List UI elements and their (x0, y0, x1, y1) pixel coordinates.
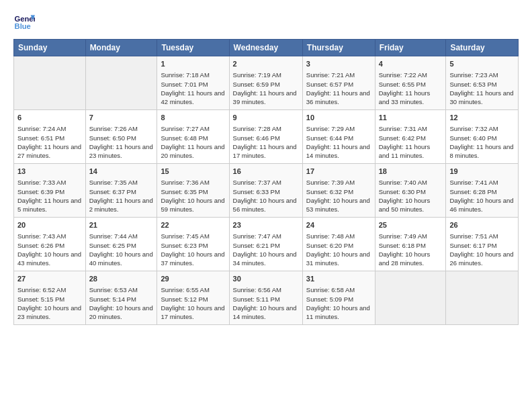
day-info: Daylight: 11 hours and 33 minutes. (379, 89, 443, 107)
day-info: Daylight: 10 hours and 17 minutes. (161, 304, 225, 322)
day-number: 22 (161, 220, 225, 230)
day-info: Daylight: 11 hours and 36 minutes. (306, 89, 371, 107)
day-info: Daylight: 10 hours and 37 minutes. (161, 250, 225, 268)
day-info: Daylight: 11 hours and 27 minutes. (17, 142, 82, 161)
calendar-cell (85, 56, 157, 110)
calendar-cell: 7Sunrise: 7:26 AMSunset: 6:50 PMDaylight… (85, 110, 157, 164)
day-info: Daylight: 11 hours and 14 minutes. (306, 142, 371, 161)
day-number: 16 (233, 167, 299, 177)
day-info: Sunset: 6:51 PM (17, 134, 82, 142)
day-info: Sunrise: 7:24 AM (17, 124, 82, 133)
day-number: 23 (233, 220, 299, 230)
day-info: Sunset: 7:01 PM (161, 80, 225, 89)
day-info: Sunset: 6:33 PM (233, 187, 299, 196)
day-info: Sunrise: 7:31 AM (379, 124, 443, 133)
day-info: Daylight: 10 hours and 11 minutes. (306, 304, 371, 322)
day-info: Sunset: 6:53 PM (449, 80, 515, 89)
day-number: 1 (161, 59, 225, 69)
calendar-cell (446, 271, 519, 325)
day-number: 28 (89, 274, 154, 284)
day-info: Daylight: 10 hours and 23 minutes. (17, 304, 82, 322)
header-thursday: Thursday (302, 40, 375, 56)
svg-text:Blue: Blue (15, 22, 31, 30)
header-saturday: Saturday (446, 40, 519, 56)
calendar-cell: 22Sunrise: 7:45 AMSunset: 6:23 PMDayligh… (157, 218, 229, 271)
day-number: 17 (306, 167, 371, 177)
day-info: Sunset: 6:40 PM (449, 134, 515, 142)
day-info: Sunrise: 7:32 AM (449, 124, 515, 133)
logo: General Blue (13, 11, 38, 32)
calendar-cell: 19Sunrise: 7:41 AMSunset: 6:28 PMDayligh… (446, 164, 519, 218)
calendar-cell: 18Sunrise: 7:40 AMSunset: 6:30 PMDayligh… (375, 164, 446, 218)
day-number: 19 (449, 167, 515, 177)
day-info: Daylight: 10 hours and 14 minutes. (233, 304, 299, 322)
calendar-table: SundayMondayTuesdayWednesdayThursdayFrid… (13, 39, 519, 325)
day-number: 9 (233, 113, 299, 123)
calendar-cell: 6Sunrise: 7:24 AMSunset: 6:51 PMDaylight… (14, 110, 86, 164)
calendar-cell: 23Sunrise: 7:47 AMSunset: 6:21 PMDayligh… (229, 218, 302, 271)
calendar-cell: 16Sunrise: 7:37 AMSunset: 6:33 PMDayligh… (229, 164, 302, 218)
day-info: Sunset: 5:12 PM (161, 295, 225, 304)
day-number: 11 (379, 113, 443, 123)
day-number: 3 (306, 59, 371, 69)
calendar-cell: 20Sunrise: 7:43 AMSunset: 6:26 PMDayligh… (14, 218, 86, 271)
day-info: Daylight: 10 hours and 34 minutes. (233, 250, 299, 268)
day-info: Sunset: 6:28 PM (449, 187, 515, 196)
day-info: Sunset: 5:09 PM (306, 295, 371, 304)
day-info: Sunrise: 6:52 AM (17, 285, 82, 294)
day-info: Sunset: 6:50 PM (89, 134, 154, 142)
day-info: Daylight: 11 hours and 8 minutes. (449, 142, 515, 161)
day-info: Daylight: 10 hours and 20 minutes. (89, 304, 154, 322)
day-info: Sunset: 6:48 PM (161, 134, 225, 142)
day-info: Sunrise: 7:45 AM (161, 232, 225, 240)
day-info: Sunset: 6:42 PM (379, 134, 443, 142)
day-number: 7 (89, 113, 154, 123)
day-number: 8 (161, 113, 225, 123)
day-info: Daylight: 11 hours and 20 minutes. (161, 142, 225, 161)
day-number: 31 (306, 274, 371, 284)
day-info: Sunset: 6:25 PM (89, 241, 154, 250)
calendar-cell: 24Sunrise: 7:48 AMSunset: 6:20 PMDayligh… (302, 218, 375, 271)
calendar-cell: 28Sunrise: 6:53 AMSunset: 5:14 PMDayligh… (85, 271, 157, 325)
day-number: 20 (17, 220, 82, 230)
day-info: Daylight: 11 hours and 2 minutes. (89, 196, 154, 214)
day-info: Sunrise: 7:23 AM (449, 71, 515, 79)
calendar-cell: 3Sunrise: 7:21 AMSunset: 6:57 PMDaylight… (302, 56, 375, 110)
day-info: Daylight: 11 hours and 39 minutes. (233, 89, 299, 107)
day-info: Sunset: 6:46 PM (233, 134, 299, 142)
day-number: 2 (233, 59, 299, 69)
day-number: 10 (306, 113, 371, 123)
day-number: 18 (379, 167, 443, 177)
day-info: Sunset: 6:20 PM (306, 241, 371, 250)
header-wednesday: Wednesday (229, 40, 302, 56)
day-number: 6 (17, 113, 82, 123)
calendar-cell: 15Sunrise: 7:36 AMSunset: 6:35 PMDayligh… (157, 164, 229, 218)
day-info: Sunrise: 7:49 AM (379, 232, 443, 240)
day-info: Sunrise: 7:44 AM (89, 232, 154, 240)
day-info: Sunset: 6:30 PM (379, 187, 443, 196)
calendar-cell: 29Sunrise: 6:55 AMSunset: 5:12 PMDayligh… (157, 271, 229, 325)
calendar-cell: 26Sunrise: 7:51 AMSunset: 6:17 PMDayligh… (446, 218, 519, 271)
calendar-header-row: SundayMondayTuesdayWednesdayThursdayFrid… (14, 40, 519, 56)
calendar-cell: 5Sunrise: 7:23 AMSunset: 6:53 PMDaylight… (446, 56, 519, 110)
day-number: 25 (379, 220, 443, 230)
day-info: Daylight: 10 hours and 59 minutes. (161, 196, 225, 214)
day-info: Sunrise: 6:53 AM (89, 285, 154, 294)
day-info: Daylight: 10 hours and 26 minutes. (449, 250, 515, 268)
header-sunday: Sunday (14, 40, 86, 56)
calendar-cell: 30Sunrise: 6:56 AMSunset: 5:11 PMDayligh… (229, 271, 302, 325)
day-info: Daylight: 11 hours and 42 minutes. (161, 89, 225, 107)
week-row-1: 1Sunrise: 7:18 AMSunset: 7:01 PMDaylight… (14, 56, 519, 110)
day-info: Daylight: 10 hours and 46 minutes. (449, 196, 515, 214)
day-info: Sunset: 6:39 PM (17, 187, 82, 196)
calendar-cell: 21Sunrise: 7:44 AMSunset: 6:25 PMDayligh… (85, 218, 157, 271)
week-row-5: 27Sunrise: 6:52 AMSunset: 5:15 PMDayligh… (14, 271, 519, 325)
day-info: Sunrise: 7:29 AM (306, 124, 371, 133)
day-info: Sunset: 6:37 PM (89, 187, 154, 196)
day-info: Sunset: 6:57 PM (306, 80, 371, 89)
day-info: Sunrise: 7:39 AM (306, 178, 371, 187)
day-info: Sunrise: 7:47 AM (233, 232, 299, 240)
calendar-cell: 10Sunrise: 7:29 AMSunset: 6:44 PMDayligh… (302, 110, 375, 164)
calendar-cell: 11Sunrise: 7:31 AMSunset: 6:42 PMDayligh… (375, 110, 446, 164)
header-tuesday: Tuesday (157, 40, 229, 56)
